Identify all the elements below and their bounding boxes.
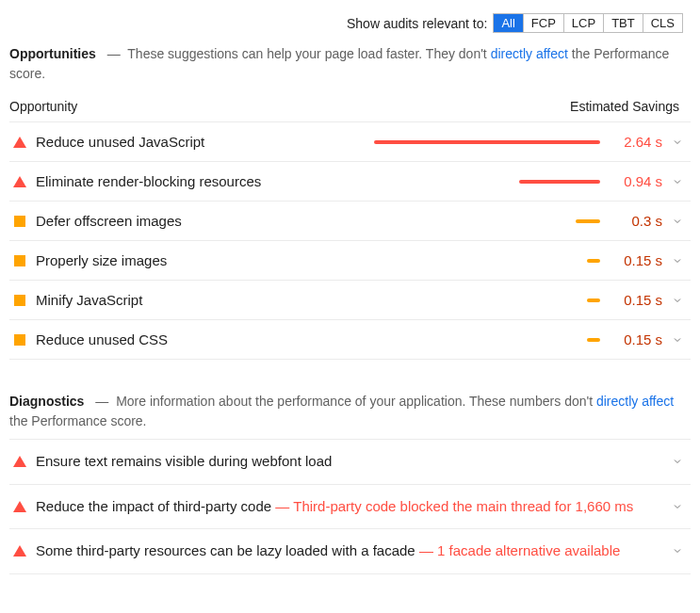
savings-time: 0.3 s <box>610 213 662 229</box>
savings-time: 0.15 s <box>610 331 662 347</box>
triangle-icon <box>13 544 26 557</box>
diagnostic-warning: Third-party code blocked the main thread… <box>293 498 633 514</box>
savings-bar-track <box>374 140 600 144</box>
chevron-down-icon[interactable] <box>672 501 687 512</box>
savings-time: 0.15 s <box>610 252 662 268</box>
savings-bar <box>576 219 600 223</box>
square-icon <box>13 254 26 267</box>
filter-chip-lcp[interactable]: LCP <box>564 14 604 32</box>
diagnostics-header: Diagnostics — More information about the… <box>9 388 691 439</box>
opportunity-label: Properly size images <box>36 252 365 268</box>
chevron-down-icon[interactable] <box>672 255 687 266</box>
filter-chip-cls[interactable]: CLS <box>643 14 682 32</box>
directly-affect-link[interactable]: directly affect <box>596 394 674 409</box>
diagnostics-desc-after: the Performance score. <box>9 413 147 428</box>
diagnostic-text: Some third-party resources can be lazy l… <box>36 540 662 562</box>
chevron-down-icon[interactable] <box>672 295 687 306</box>
triangle-icon <box>13 175 26 188</box>
opportunity-label: Defer offscreen images <box>36 213 365 229</box>
dash-separator: — <box>107 46 121 61</box>
square-icon <box>13 294 26 307</box>
square-icon <box>13 215 26 228</box>
savings-bar-track <box>374 338 600 342</box>
dash-separator: — <box>95 394 108 409</box>
diagnostic-row[interactable]: Some third-party resources can be lazy l… <box>9 529 691 574</box>
triangle-icon <box>13 136 26 149</box>
savings-bar-track <box>374 259 600 263</box>
opportunity-label: Eliminate render-blocking resources <box>36 173 365 189</box>
opportunity-row[interactable]: Minify JavaScript0.15 s <box>9 281 691 320</box>
diagnostic-row[interactable]: Ensure text remains visible during webfo… <box>9 440 691 485</box>
savings-bar <box>519 180 600 184</box>
diagnostic-row[interactable]: Reduce the impact of third-party code — … <box>9 485 691 530</box>
savings-time: 0.94 s <box>610 173 662 189</box>
opportunity-label: Minify JavaScript <box>36 292 365 308</box>
directly-affect-link[interactable]: directly affect <box>491 46 568 61</box>
chevron-down-icon[interactable] <box>672 545 687 557</box>
opportunity-label: Reduce unused JavaScript <box>36 134 365 150</box>
diagnostic-text: Ensure text remains visible during webfo… <box>36 451 662 473</box>
filter-chip-all[interactable]: All <box>494 14 523 32</box>
savings-bar <box>587 259 600 263</box>
chevron-down-icon[interactable] <box>672 137 687 148</box>
filter-label: Show audits relevant to: <box>347 16 487 31</box>
opportunity-row[interactable]: Reduce unused JavaScript2.64 s <box>9 122 691 162</box>
opportunity-row[interactable]: Eliminate render-blocking resources0.94 … <box>9 162 691 202</box>
diagnostic-warning: 1 facade alternative available <box>437 542 620 558</box>
diagnostic-text: Reduce the impact of third-party code — … <box>36 496 662 518</box>
opportunities-header: Opportunities — These suggestions can he… <box>9 40 691 91</box>
savings-bar-track <box>374 219 600 223</box>
savings-bar <box>587 298 600 302</box>
opportunities-title: Opportunities <box>9 46 96 61</box>
chevron-down-icon[interactable] <box>672 456 687 467</box>
filter-chip-fcp[interactable]: FCP <box>524 14 564 32</box>
opportunity-column-headers: Opportunity Estimated Savings <box>9 91 691 121</box>
audit-filter-row: Show audits relevant to: AllFCPLCPTBTCLS <box>9 9 691 40</box>
savings-bar-track <box>374 298 600 302</box>
opportunities-desc: These suggestions can help your page loa… <box>127 46 490 61</box>
opportunity-label: Reduce unused CSS <box>36 331 365 347</box>
chevron-down-icon[interactable] <box>672 216 687 227</box>
chevron-down-icon[interactable] <box>672 334 687 346</box>
opportunity-row[interactable]: Defer offscreen images0.3 s <box>9 202 691 241</box>
triangle-icon <box>13 455 26 468</box>
savings-bar-track <box>374 180 600 184</box>
opportunity-row[interactable]: Reduce unused CSS0.15 s <box>9 320 691 360</box>
chevron-down-icon[interactable] <box>672 176 687 187</box>
diagnostics-list: Ensure text remains visible during webfo… <box>9 439 691 574</box>
col-opportunity: Opportunity <box>9 99 77 114</box>
savings-time: 2.64 s <box>610 134 662 150</box>
triangle-icon <box>13 500 26 513</box>
savings-time: 0.15 s <box>610 292 662 308</box>
square-icon <box>13 333 26 347</box>
opportunities-list: Reduce unused JavaScript2.64 sEliminate … <box>9 121 691 360</box>
filter-chip-tbt[interactable]: TBT <box>604 14 643 32</box>
opportunity-row[interactable]: Properly size images0.15 s <box>9 241 691 281</box>
diagnostics-desc: More information about the performance o… <box>116 394 596 409</box>
savings-bar <box>374 140 600 144</box>
diagnostics-title: Diagnostics <box>9 394 84 409</box>
filter-chip-group: AllFCPLCPTBTCLS <box>493 13 683 33</box>
col-savings: Estimated Savings <box>570 99 679 114</box>
savings-bar <box>587 338 600 342</box>
